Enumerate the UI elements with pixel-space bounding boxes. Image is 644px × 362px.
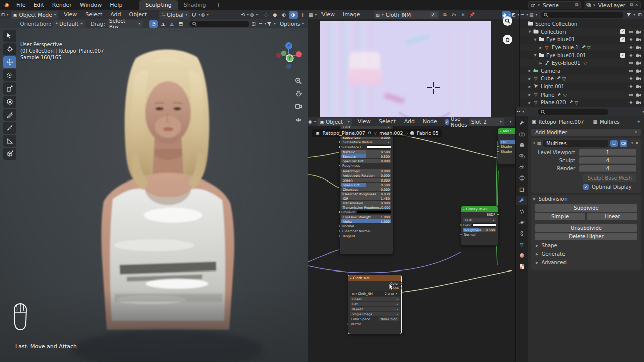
color-swatch[interactable]: [367, 145, 391, 149]
glossy-roughness-slider[interactable]: Roughness0.500: [463, 228, 496, 232]
optimal-display-checkbox[interactable]: ✓: [583, 184, 589, 190]
scene-properties-tab[interactable]: [516, 162, 527, 172]
principled-bsdf-node[interactable]: GGX▾ Base ColorSubsurface0.000Subsurface…: [339, 123, 393, 254]
generate-section[interactable]: ▶Generate: [531, 250, 641, 258]
editor-type-icon[interactable]: ☲▾: [516, 108, 525, 116]
collapse-arrow[interactable]: ▼: [533, 53, 538, 57]
outliner-item-label[interactable]: Plane.020: [541, 100, 566, 105]
delete-higher-button[interactable]: Delete Higher: [535, 233, 637, 240]
outliner-item-label[interactable]: Plane: [541, 92, 554, 98]
outliner-item-label[interactable]: Scene Collection: [535, 21, 577, 27]
interpolation-dropdown[interactable]: Linear▾: [350, 297, 400, 301]
image-users-badge[interactable]: 2: [385, 292, 387, 296]
disable-render-icon[interactable]: [635, 61, 642, 65]
view-object-types-icon[interactable]: ☰▾: [258, 20, 267, 28]
outliner-row[interactable]: ▶▽Plane.020▽: [520, 99, 644, 107]
material-slot-dropdown[interactable]: Slot 2▾: [469, 118, 504, 126]
editor-type-icon[interactable]: ☰▾: [520, 11, 529, 19]
outliner-row[interactable]: ▶▽Plane▽: [520, 90, 644, 99]
disable-render-icon[interactable]: [635, 45, 642, 50]
zoom-icon[interactable]: [503, 16, 512, 26]
modifier-name-field[interactable]: Multires: [543, 140, 608, 147]
shading-wireframe-icon[interactable]: ◌: [262, 11, 271, 19]
outliner-row[interactable]: ▼Eye-blue01.001✓: [520, 51, 644, 59]
show-viewport-icon[interactable]: [610, 140, 618, 147]
color-swatch[interactable]: [357, 210, 391, 214]
hide-eye-icon[interactable]: [627, 61, 635, 65]
view-layer-selector[interactable]: ▾ ViewLayer ⧉ ✕: [584, 1, 641, 9]
expand-arrow[interactable]: ▶: [527, 93, 532, 97]
show-render-icon[interactable]: [620, 140, 627, 147]
outliner-item-label[interactable]: Eye-blue01.001: [546, 53, 586, 58]
outliner-row[interactable]: Scene Collection: [520, 20, 644, 28]
expand-arrow[interactable]: ▶: [527, 101, 532, 105]
outliner-search-input[interactable]: [541, 12, 623, 18]
subdivide-button[interactable]: Subdivide: [535, 204, 637, 212]
physics-properties-tab[interactable]: [516, 218, 527, 227]
collapse-arrow[interactable]: ▾: [533, 141, 535, 145]
hide-eye-icon[interactable]: [627, 53, 635, 58]
principled-ior-slider[interactable]: IOR1.450: [341, 196, 391, 200]
properties-search-input[interactable]: [538, 109, 608, 115]
particles-properties-tab[interactable]: [516, 207, 527, 216]
view-layer-properties-tab[interactable]: [516, 151, 527, 161]
annotate-tool[interactable]: [3, 109, 16, 121]
options-dropdown[interactable]: Options▾: [277, 20, 306, 28]
rotate-tool[interactable]: [3, 69, 16, 81]
principled-transmission-slider[interactable]: Transmission0.000: [341, 201, 391, 205]
expand-arrow[interactable]: ▶: [527, 77, 532, 81]
outliner-row[interactable]: ▶▽Eye.blue.1▽: [520, 44, 644, 52]
snap-mode-icon[interactable]: ◔: [149, 20, 158, 28]
principled-sheen-tint-slider[interactable]: Sheen Tint0.500: [341, 183, 391, 187]
outliner-row[interactable]: ▶▽Cube▽: [520, 75, 644, 83]
outliner-row[interactable]: ▶Eye-blue01▽: [520, 59, 644, 67]
viewport-menu-view[interactable]: View: [60, 10, 81, 20]
render-level-field[interactable]: Render 4: [531, 165, 636, 172]
color-space-row[interactable]: Color Space Non-Color: [348, 317, 401, 322]
navigation-gizmo[interactable]: Z Y: [276, 40, 302, 71]
outliner-item-label[interactable]: Eye-blue01: [546, 37, 575, 42]
principled-sheen-slider[interactable]: Sheen0.000: [341, 178, 391, 182]
glossy-color-row[interactable]: Color: [463, 223, 496, 227]
outliner-item-label[interactable]: Collection: [541, 29, 566, 35]
pin-icon[interactable]: ⌖: [637, 119, 640, 125]
move-tool[interactable]: [3, 56, 16, 68]
workspace-tab-sculpting[interactable]: Sculpting: [139, 0, 177, 10]
outliner-item-label[interactable]: Cube: [541, 76, 554, 81]
use-nodes-checkbox[interactable]: ✓: [445, 119, 449, 125]
principled-normal-input[interactable]: Normal: [340, 224, 393, 229]
advanced-section[interactable]: ▶Advanced: [531, 258, 641, 267]
shading-material-icon[interactable]: ◐: [280, 11, 289, 19]
unsubdivide-button[interactable]: Unsubdivide: [535, 224, 637, 232]
mix-fac-slider[interactable]: Fac: [500, 140, 515, 144]
workspace-tab-shading[interactable]: Shading: [178, 0, 212, 10]
viewport-menu-select[interactable]: Select: [81, 10, 106, 20]
view-layer-name[interactable]: ViewLayer: [595, 2, 630, 8]
drag-value-dropdown[interactable]: Select Box▾: [107, 20, 143, 28]
protractor-tool[interactable]: [3, 135, 16, 147]
image-menu-view[interactable]: View: [317, 10, 339, 20]
mix-shader-input-1[interactable]: Shader: [498, 144, 515, 149]
camera-view-icon[interactable]: [294, 102, 303, 111]
color-space-dropdown[interactable]: Non-Color: [379, 317, 399, 321]
exclude-checkbox[interactable]: ✓: [620, 29, 625, 34]
outliner-item-label[interactable]: Camera: [541, 68, 560, 74]
new-layer-icon[interactable]: ⧉: [630, 2, 633, 8]
expand-arrow[interactable]: ▶: [527, 85, 532, 89]
output-properties-tab[interactable]: [516, 140, 527, 150]
scene-selector[interactable]: ▾ Scene ⧉: [528, 1, 581, 9]
extras-menu-icon[interactable]: ▾: [631, 141, 633, 145]
measure-tool[interactable]: [3, 122, 16, 134]
render-properties-tab[interactable]: [516, 129, 527, 139]
outliner-item-label[interactable]: Light.001: [541, 84, 565, 89]
collapse-arrow[interactable]: ▼: [527, 30, 532, 34]
hide-eye-icon[interactable]: [627, 37, 635, 42]
snap-edge-icon[interactable]: ◬: [167, 20, 176, 28]
texture-node-header[interactable]: ▾Cloth_NM: [348, 275, 401, 281]
expand-arrow[interactable]: ▶: [538, 61, 543, 65]
world-properties-tab[interactable]: [516, 173, 527, 183]
exclude-checkbox[interactable]: ✓: [620, 37, 625, 42]
linear-button[interactable]: Linear: [587, 213, 637, 220]
breadcrumb-modifier[interactable]: Multires: [600, 119, 620, 125]
disable-render-icon[interactable]: [635, 84, 642, 89]
